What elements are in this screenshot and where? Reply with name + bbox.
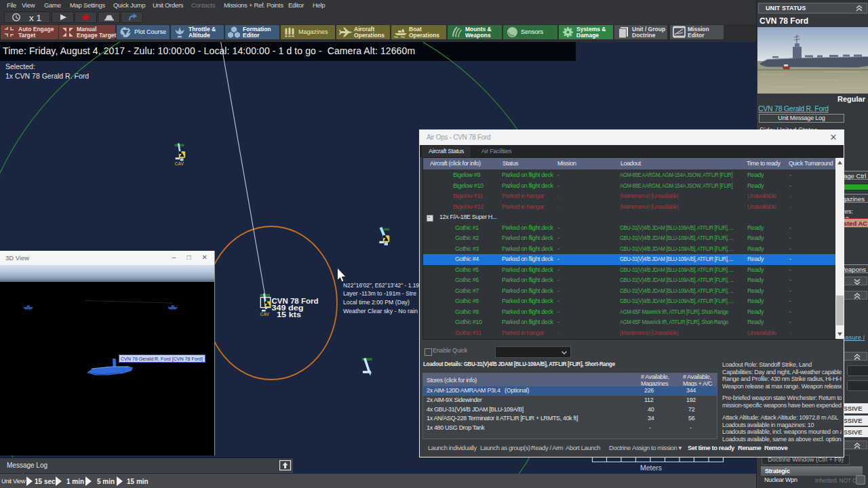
svg-text:Local time 2:00 PM (Day): Local time 2:00 PM (Day) xyxy=(343,298,410,306)
svg-text:Layer -113m to -191m - Stre: Layer -113m to -191m - Stre xyxy=(343,289,416,297)
svg-text:CVN 78 Gerald R. Ford [CVN 78: CVN 78 Gerald R. Ford [CVN 78 Ford] xyxy=(121,356,203,362)
svg-text:15 kts: 15 kts xyxy=(277,310,301,319)
svg-text:1 min: 1 min xyxy=(66,478,84,485)
svg-text:CAV: CAV xyxy=(175,161,184,167)
svg-text:x 1: x 1 xyxy=(29,13,41,22)
svg-text:5 min: 5 min xyxy=(97,478,115,485)
svg-text:N22°16'02", E62°13'42" - 1.19: N22°16'02", E62°13'42" - 1.19 xyxy=(343,281,419,289)
svg-text:15 sec: 15 sec xyxy=(35,478,56,485)
svg-text:Meters: Meters xyxy=(640,464,662,472)
svg-text:15 min: 15 min xyxy=(127,478,149,485)
svg-text:Weather Clear sky - No rain: Weather Clear sky - No rain xyxy=(343,307,418,314)
svg-text:CAV: CAV xyxy=(260,311,270,317)
